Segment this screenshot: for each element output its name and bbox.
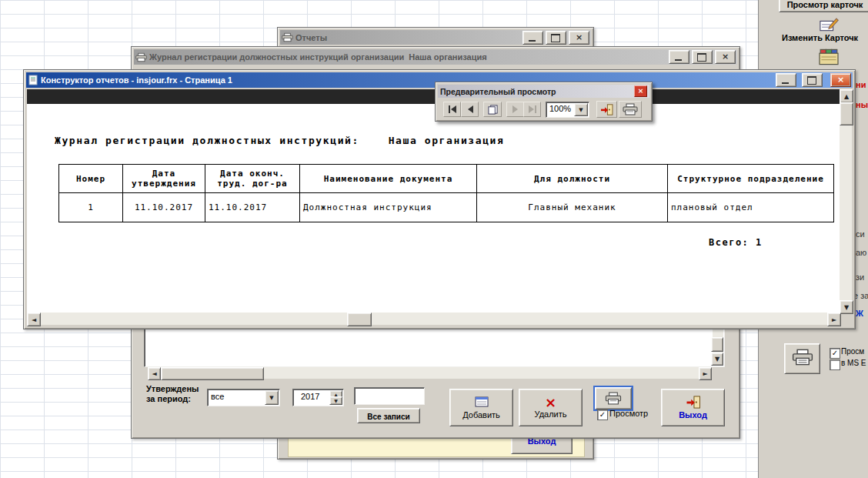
goto-page-button[interactable] [483,102,502,117]
minimize-icon [782,82,789,84]
report-vscroll-thumb[interactable] [840,102,853,125]
preview-print-button[interactable] [595,387,632,409]
chevron-left-icon: ◄ [32,316,36,323]
minimize-icon [675,59,682,61]
previous-page-button[interactable] [461,102,479,117]
card-index-icon[interactable] [817,48,840,69]
list-scroll-thumb[interactable] [711,337,723,352]
printer-icon [605,392,622,405]
column-header: Для должности [477,165,668,193]
chevron-down-icon: ▼ [579,107,583,113]
excel-checkbox[interactable] [830,359,840,370]
scroll-right-button[interactable]: ► [827,313,841,326]
report-hscroll-thumb[interactable] [347,313,372,326]
scroll-left-button[interactable]: ◄ [148,367,161,380]
printer-icon [792,349,813,369]
close-icon: × [569,32,589,44]
close-button[interactable]: × [830,73,851,87]
combobox-dropdown-button[interactable]: ▼ [265,390,279,405]
first-page-button[interactable] [443,102,461,117]
all-records-button[interactable]: Все записи [357,408,420,423]
period-label: Утверждены за период: [146,384,199,404]
scroll-right-button[interactable]: ► [699,367,712,380]
first-page-icon [448,105,457,113]
close-button[interactable]: × [569,31,589,45]
maximize-button[interactable] [692,50,713,64]
journal-window-titlebar[interactable]: Журнал регистрации должностных инструкци… [134,49,737,65]
journal-exit-label: Выход [679,410,707,420]
table-cell: Должностная инструкция [300,193,477,222]
close-icon: × [831,74,850,86]
minimize-button[interactable] [522,31,543,45]
zoom-value: 100% [549,104,571,113]
list-hscroll-thumb[interactable] [161,367,264,380]
table-cell: плановый отдел [668,193,834,222]
scroll-up-button[interactable]: ▲ [840,89,853,103]
minimize-button[interactable] [776,73,796,87]
next-page-button[interactable] [506,102,524,117]
period-value: все [211,392,224,401]
year-spinner[interactable]: 2017 ▲ ▼ [292,389,344,406]
panel-text-fragment: ны [856,100,868,109]
add-button[interactable]: Добавить [449,389,513,426]
print-button[interactable] [619,101,642,118]
checkmark-icon: ✓ [599,410,606,419]
report-table-row: 1 11.10.2017 11.10.2017 Должностная инст… [59,193,834,222]
table-cell: Главный механик [477,193,668,222]
journal-window-title: Журнал регистрации должностных инструкци… [149,52,666,62]
exit-door-icon [686,396,701,409]
next-page-icon [511,105,520,113]
report-page: Журнал регистрации должностных инструкци… [27,104,840,313]
journal-exit-button[interactable]: Выход [661,389,725,426]
report-heading: Журнал регистрации должностных инструкци… [55,135,504,146]
delete-button[interactable]: × Удалить [519,389,583,426]
printer-icon [135,52,147,62]
column-header: Номер [59,165,123,193]
maximize-button[interactable] [546,31,566,45]
chevron-down-icon: ▼ [334,398,338,403]
view-card-button[interactable]: Просмотр карточк [779,0,868,12]
close-icon[interactable]: × [634,85,647,97]
printer-icon [623,103,638,115]
zoom-combobox[interactable]: 100% ▼ [546,102,589,118]
report-page-icon [28,75,38,85]
chevron-down-icon: ▼ [844,304,849,311]
preview-toolbar-title: Предварительный просмотр [440,87,634,96]
minimize-icon [529,40,536,42]
scroll-left-button[interactable]: ◄ [27,313,41,326]
pages-icon [487,105,499,115]
print-button[interactable] [784,343,820,374]
panel-text-fragment: ни [856,80,866,89]
exit-door-icon [600,104,613,115]
panel-text-fragment: си [856,229,865,239]
form-add-icon [474,396,489,408]
close-icon: × [716,51,735,63]
maximize-icon [807,76,816,85]
preview-toolbar-window: Предварительный просмотр × [435,82,653,122]
chevron-right-icon: ► [703,370,707,377]
spinner-down-button[interactable]: ▼ [329,396,342,405]
preview-checkbox[interactable]: ✓ [597,409,608,420]
printer-icon [282,32,293,42]
reports-window-titlebar[interactable]: Отчеты × [280,30,591,45]
scroll-down-button[interactable]: ▼ [840,300,853,314]
period-combobox[interactable]: все ▼ [207,389,280,406]
scroll-down-button[interactable]: ▼ [711,353,723,366]
minimize-button[interactable] [669,50,689,64]
column-header: Наименование документа [300,165,477,193]
last-page-button[interactable] [523,102,541,117]
year-value: 2017 [301,392,319,401]
edit-card-button[interactable]: Изменить Карточк [782,33,858,42]
preview-checkbox[interactable]: ✓ [830,348,840,359]
preview-margin-strip [27,89,840,104]
preview-toolbar-titlebar[interactable]: Предварительный просмотр × [438,85,649,98]
filter-input[interactable] [354,387,425,405]
combobox-dropdown-button[interactable]: ▼ [574,103,588,116]
close-button[interactable]: × [715,50,736,64]
maximize-button[interactable] [802,73,823,87]
close-preview-button[interactable] [596,101,617,118]
table-cell: 11.10.2017 [205,193,300,222]
panel-text-fragment: аю [856,248,866,257]
report-table-header-row: Номер Дата утверждения Дата оконч. труд.… [59,165,834,193]
report-horizontal-scrollbar[interactable] [27,313,840,325]
